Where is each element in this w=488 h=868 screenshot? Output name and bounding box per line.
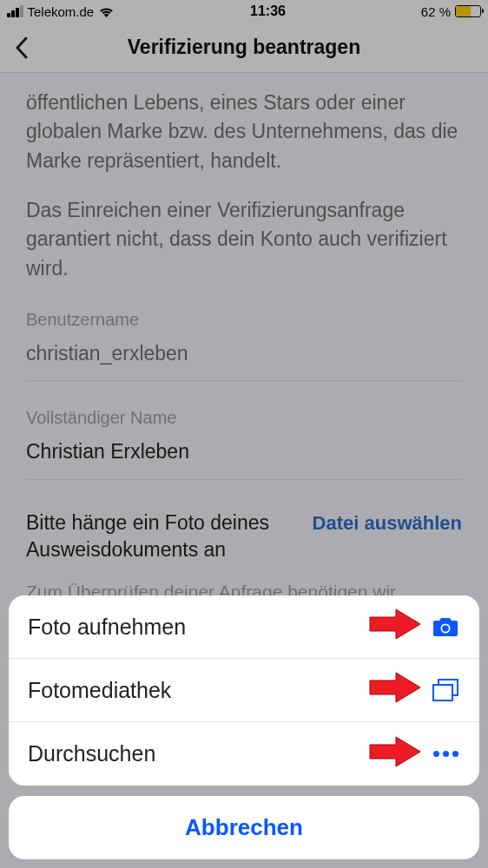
username-field[interactable]: Benutzername christian_erxleben (26, 307, 462, 381)
signal-icon (7, 5, 23, 17)
annotation-arrow-icon (368, 607, 422, 647)
nav-header: Verifizierung beantragen (0, 23, 488, 73)
choose-file-link[interactable]: Datei auswählen (313, 510, 462, 537)
battery-icon (455, 5, 481, 17)
action-sheet: Foto aufnehmen Fotomediathek (9, 595, 479, 859)
take-photo-option[interactable]: Foto aufnehmen (9, 595, 479, 659)
description-text-2: Das Einreichen einer Verifizierungsanfra… (26, 196, 462, 283)
cancel-label: Abbrechen (185, 814, 303, 841)
description-text-1: öffentlichen Lebens, eines Stars oder ei… (26, 89, 462, 175)
fullname-label: Vollständiger Name (26, 405, 462, 431)
carrier-label: Telekom.de (28, 4, 95, 19)
username-label: Benutzername (26, 307, 462, 332)
back-button[interactable] (9, 35, 35, 61)
battery-percent: 62 % (421, 4, 451, 19)
camera-icon (431, 612, 460, 641)
attach-label: Bitte hänge ein Foto deines Ausweisdokum… (26, 510, 295, 563)
wifi-icon (98, 5, 115, 17)
fullname-value: Christian Erxleben (26, 437, 462, 466)
fullname-field[interactable]: Vollständiger Name Christian Erxleben (26, 405, 462, 479)
svg-point-1 (442, 625, 449, 632)
svg-rect-3 (433, 685, 452, 700)
annotation-arrow-icon (368, 670, 422, 710)
more-icon (431, 740, 460, 769)
cancel-button[interactable]: Abbrechen (9, 796, 479, 859)
photo-library-option[interactable]: Fotomediathek (9, 659, 479, 722)
annotation-arrow-icon (368, 734, 422, 774)
page-title: Verifizierung beantragen (0, 36, 488, 59)
gallery-icon (431, 675, 460, 705)
clock: 11:36 (250, 3, 286, 19)
status-bar: Telekom.de 11:36 62 % (0, 0, 488, 23)
username-value: christian_erxleben (26, 339, 462, 368)
browse-option[interactable]: Durchsuchen (9, 722, 479, 786)
